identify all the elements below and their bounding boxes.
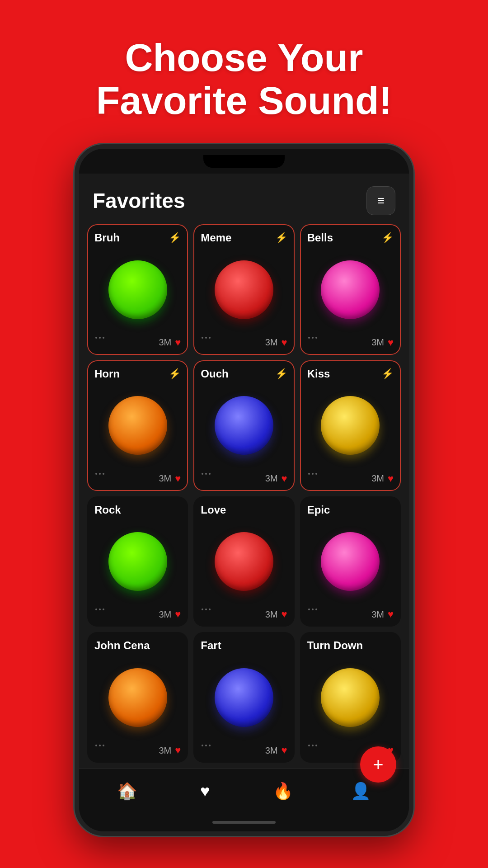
count-heart: 3M ♥ [265,745,287,756]
sound-play-button[interactable] [321,668,380,727]
dots-menu[interactable] [307,608,318,621]
sound-card-kiss[interactable]: Kiss ⚡ 3M ♥ [300,360,401,491]
sound-card-header: Bruh ⚡ [94,231,181,244]
lightning-icon: ⚡ [381,232,394,244]
sound-play-button[interactable] [215,668,273,727]
nav-item-profile[interactable]: 👤 [343,782,379,801]
sound-card-ouch[interactable]: Ouch ⚡ 3M ♥ [193,360,294,491]
home-indicator [212,821,276,824]
bottom-nav: 🏠♥🔥👤 [79,768,409,813]
sound-name: Fart [201,639,221,652]
sound-grid: Bruh ⚡ 3M ♥ Meme ⚡ 3M [79,224,409,768]
heart-icon[interactable]: ♥ [175,745,181,756]
sound-card-footer: 3M ♥ [94,744,181,757]
heart-icon[interactable]: ♥ [388,609,394,620]
play-count: 3M [265,473,278,484]
sound-card-bruh[interactable]: Bruh ⚡ 3M ♥ [87,224,188,355]
sound-name: Ouch [201,368,228,380]
dots-menu[interactable] [307,744,318,757]
sound-card-turn-down[interactable]: Turn Down 3M ♥ [300,632,401,763]
heart-icon[interactable]: ♥ [282,473,287,485]
count-heart: 3M ♥ [159,473,181,485]
heart-icon[interactable]: ♥ [175,609,181,620]
sound-name: John Cena [94,639,150,652]
sound-button-wrapper [307,520,394,604]
phone-top-bar [79,149,409,174]
sound-name: Epic [307,504,330,516]
sound-play-button[interactable] [108,532,167,591]
home-nav-icon: 🏠 [117,782,137,801]
nav-item-home[interactable]: 🏠 [109,782,145,801]
sound-card-horn[interactable]: Horn ⚡ 3M ♥ [87,360,188,491]
dots-menu[interactable] [307,336,318,349]
sound-card-footer: 3M ♥ [201,608,287,621]
app-header: Favorites ≡ [79,174,409,224]
sound-card-footer: 3M ♥ [201,472,287,486]
count-heart: 3M ♥ [159,745,181,756]
heart-icon[interactable]: ♥ [282,609,287,620]
play-count: 3M [371,473,384,484]
dots-menu[interactable] [307,472,318,486]
sound-card-fart[interactable]: Fart 3M ♥ [193,632,294,763]
nav-item-heart[interactable]: ♥ [187,782,223,801]
heart-nav-icon: ♥ [200,782,210,801]
sound-card-header: Epic [307,504,394,516]
heart-icon[interactable]: ♥ [388,337,394,349]
sound-name: Horn [94,368,120,380]
sound-button-wrapper [94,384,181,467]
heart-icon[interactable]: ♥ [175,473,181,485]
count-heart: 3M ♥ [371,337,394,349]
sound-card-love[interactable]: Love 3M ♥ [193,496,294,627]
play-count: 3M [159,337,171,348]
sound-card-rock[interactable]: Rock 3M ♥ [87,496,188,627]
sound-play-button[interactable] [108,260,167,319]
sound-play-button[interactable] [108,668,167,727]
nav-item-fire[interactable]: 🔥 [265,782,301,801]
lightning-icon: ⚡ [381,368,394,380]
dots-menu[interactable] [201,472,211,486]
sound-card-header: Fart [201,639,287,652]
sound-card-footer: 3M ♥ [307,608,394,621]
sound-card-meme[interactable]: Meme ⚡ 3M ♥ [193,224,294,355]
sound-card-bells[interactable]: Bells ⚡ 3M ♥ [300,224,401,355]
sound-name: Rock [94,504,121,516]
sound-play-button[interactable] [215,532,273,591]
filter-icon: ≡ [377,193,385,208]
sound-button-wrapper [201,248,287,331]
heart-icon[interactable]: ♥ [282,745,287,756]
sound-name: Bells [307,231,333,244]
count-heart: 3M ♥ [159,337,181,349]
sound-play-button[interactable] [108,396,167,455]
sound-name: Turn Down [307,639,363,652]
sound-button-wrapper [94,656,181,739]
dots-menu[interactable] [94,472,105,486]
sound-play-button[interactable] [215,260,273,319]
sound-play-button[interactable] [215,396,273,455]
sound-play-button[interactable] [321,396,380,455]
play-count: 3M [371,609,384,620]
sound-card-footer: 3M ♥ [201,336,287,349]
sound-card-header: Rock [94,504,181,516]
phone-device: Favorites ≡ Bruh ⚡ 3M ♥ Meme ⚡ [75,144,413,836]
sound-play-button[interactable] [321,532,380,591]
sound-play-button[interactable] [321,260,380,319]
lightning-icon: ⚡ [169,232,181,244]
play-count: 3M [159,745,171,756]
lightning-icon: ⚡ [275,232,287,244]
dots-menu[interactable] [201,744,211,757]
filter-button[interactable]: ≡ [366,186,395,215]
sound-button-wrapper [307,656,394,739]
play-count: 3M [265,745,278,756]
dots-menu[interactable] [94,744,105,757]
heart-icon[interactable]: ♥ [175,337,181,349]
heart-icon[interactable]: ♥ [282,337,287,349]
dots-menu[interactable] [94,608,105,621]
dots-menu[interactable] [201,336,211,349]
dots-menu[interactable] [94,336,105,349]
sound-card-epic[interactable]: Epic 3M ♥ [300,496,401,627]
heart-icon[interactable]: ♥ [388,473,394,485]
sound-card-footer: 3M ♥ [94,472,181,486]
dots-menu[interactable] [201,608,211,621]
sound-button-wrapper [201,520,287,604]
sound-card-john-cena[interactable]: John Cena 3M ♥ [87,632,188,763]
